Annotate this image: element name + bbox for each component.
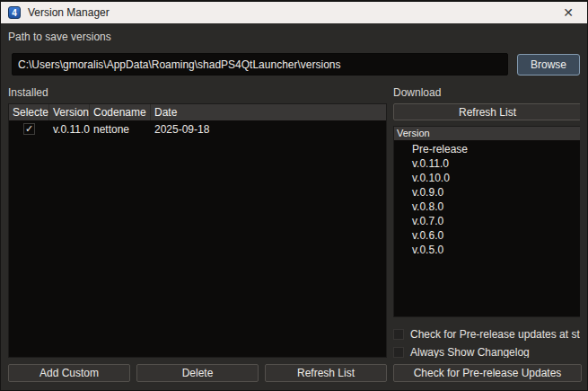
always-show-changelog-checkbox[interactable]	[393, 347, 404, 358]
dialog-content: Path to save versions Browse Installed S…	[1, 23, 587, 390]
add-custom-button[interactable]: Add Custom	[8, 364, 130, 382]
list-item[interactable]: Pre-release	[412, 142, 580, 156]
column-header-selected[interactable]: Selected	[9, 104, 49, 120]
browse-button[interactable]: Browse	[517, 54, 580, 76]
delete-button[interactable]: Delete	[136, 364, 259, 382]
prerelease-checkbox-label: Check for Pre-release updates at startup	[410, 328, 580, 341]
close-icon: ✕	[563, 6, 574, 19]
changelog-checkbox-row[interactable]: Always Show Changelog	[393, 346, 580, 358]
column-header-date[interactable]: Date	[151, 104, 386, 120]
version-manager-window: 4 Version Manager ✕ Path to save version…	[0, 0, 588, 391]
version-cell: v.0.11.0	[49, 123, 90, 136]
download-section: Download Refresh List Version Pre-releas…	[393, 86, 580, 358]
changelog-checkbox-label: Always Show Changelog	[410, 346, 530, 359]
path-input[interactable]	[12, 53, 508, 76]
footer-buttons: Add Custom Delete Refresh List Check for…	[8, 364, 580, 382]
list-item[interactable]: v.0.11.0	[412, 156, 580, 171]
list-item[interactable]: v.0.7.0	[412, 214, 580, 228]
close-button[interactable]: ✕	[558, 3, 578, 22]
selected-checkbox[interactable]: ✓	[23, 123, 35, 135]
prerelease-checkbox-row[interactable]: Check for Pre-release updates at startup	[393, 328, 580, 340]
list-item[interactable]: v.0.10.0	[412, 171, 580, 185]
date-cell: 2025-09-18	[151, 123, 386, 136]
list-item[interactable]: v.0.6.0	[412, 228, 580, 243]
version-list: Pre-release v.0.11.0 v.0.10.0 v.0.9.0 v.…	[394, 140, 580, 316]
list-item[interactable]: v.0.8.0	[412, 200, 580, 214]
download-refresh-list-button[interactable]: Refresh List	[393, 103, 580, 120]
version-list-header[interactable]: Version	[394, 127, 580, 140]
window-title: Version Manager	[28, 6, 110, 19]
check-prerelease-updates-button[interactable]: Check for Pre-release Updates	[393, 364, 582, 382]
path-label: Path to save versions	[8, 31, 580, 44]
installed-table: Selected Version Codename Date ✓ v.0.11.…	[8, 103, 387, 358]
refresh-list-button[interactable]: Refresh List	[265, 364, 387, 382]
column-header-codename[interactable]: Codename	[90, 104, 151, 120]
shadps4-app-icon: 4	[8, 6, 21, 19]
list-item[interactable]: v.0.9.0	[412, 185, 580, 200]
selected-cell: ✓	[9, 123, 49, 135]
prerelease-updates-checkbox[interactable]	[393, 329, 404, 340]
list-item[interactable]: v.0.5.0	[412, 243, 580, 257]
main-area: Installed Selected Version Codename Date…	[8, 86, 580, 358]
path-row: Browse	[8, 53, 580, 76]
codename-cell: nettone	[90, 123, 151, 136]
download-version-panel: Version Pre-release v.0.11.0 v.0.10.0 v.…	[393, 126, 580, 317]
title-bar: 4 Version Manager ✕	[1, 2, 587, 23]
download-label: Download	[393, 86, 580, 100]
installed-label: Installed	[8, 86, 387, 100]
table-row[interactable]: ✓ v.0.11.0 nettone 2025-09-18	[9, 120, 386, 138]
column-header-version[interactable]: Version	[49, 104, 90, 120]
installed-section: Installed Selected Version Codename Date…	[8, 86, 387, 358]
installed-table-header: Selected Version Codename Date	[9, 104, 386, 120]
